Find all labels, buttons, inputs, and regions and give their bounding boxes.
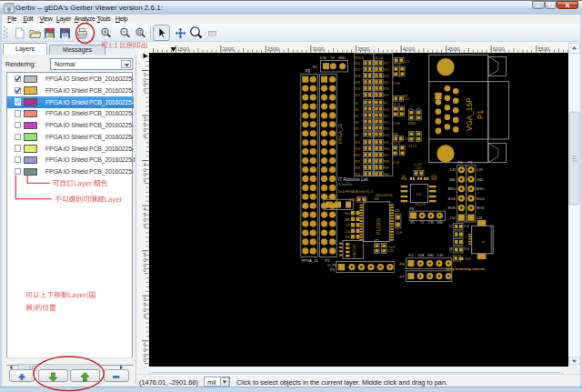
svg-text:R13: R13 xyxy=(384,127,389,131)
svg-text:25Q16: 25Q16 xyxy=(416,203,426,206)
svg-text:R32: R32 xyxy=(355,160,360,164)
svg-text:SCL: SCL xyxy=(408,254,414,257)
svg-text:3000: 3000 xyxy=(312,46,325,52)
svg-text:blog.ittraining.com.tw: blog.ittraining.com.tw xyxy=(447,266,486,271)
svg-text:B9B0: B9B0 xyxy=(408,122,416,126)
svg-text:R25: R25 xyxy=(384,81,389,85)
svg-text:U2: U2 xyxy=(416,192,422,196)
svg-text:C7 C8: C7 C8 xyxy=(393,63,401,66)
svg-text:R2: R2 xyxy=(355,108,358,112)
svg-text:K1: K1 xyxy=(313,65,318,69)
svg-text:3.3V: 3.3V xyxy=(449,168,457,172)
svg-text:0: 0 xyxy=(144,223,147,228)
svg-text:MISO: MISO xyxy=(477,187,485,191)
svg-text:U1: U1 xyxy=(375,196,380,201)
svg-text:SCLK: SCLK xyxy=(477,197,485,201)
svg-text:R40: R40 xyxy=(384,173,389,176)
svg-text:5n4 FPGA Shield V1.0: 5n4 FPGA Shield V1.0 xyxy=(338,190,373,194)
svg-text:R3: R3 xyxy=(355,115,358,118)
svg-text:R26: R26 xyxy=(384,87,389,91)
svg-text:RA0: RA0 xyxy=(345,218,350,222)
svg-text:GND: GND xyxy=(477,178,484,182)
svg-text:2000: 2000 xyxy=(222,46,235,52)
svg-text:GND: GND xyxy=(427,254,435,257)
svg-text:C3 C4: C3 C4 xyxy=(408,145,416,148)
svg-text:3.3V: 3.3V xyxy=(437,254,444,257)
svg-text:5V: 5V xyxy=(331,56,336,60)
svg-text:0 Ω: 0 Ω xyxy=(405,60,410,64)
svg-text:220k: 220k xyxy=(344,212,350,216)
svg-text:C2: C2 xyxy=(416,106,420,110)
svg-text:CS1: CS1 xyxy=(477,216,483,220)
svg-text:P7: P7 xyxy=(400,275,406,279)
svg-text:R24: R24 xyxy=(384,75,389,78)
svg-text:FPGA_J1: FPGA_J1 xyxy=(302,258,319,263)
svg-text:R33: R33 xyxy=(355,166,360,170)
svg-text:GND: GND xyxy=(436,221,444,225)
svg-text:To build the: To build the xyxy=(338,183,353,186)
svg-text:R11: R11 xyxy=(384,115,389,118)
svg-text:3500: 3500 xyxy=(357,46,370,52)
svg-text:4500: 4500 xyxy=(447,46,460,52)
svg-text:R7: R7 xyxy=(404,95,407,98)
svg-text:24LC02: 24LC02 xyxy=(352,244,356,258)
svg-text:2x3p: 2x3p xyxy=(449,246,453,253)
svg-text:FPGA_J1: FPGA_J1 xyxy=(337,123,343,144)
svg-text:10k: 10k xyxy=(401,175,406,178)
svg-text:R29: R29 xyxy=(355,141,360,145)
svg-text:R9: R9 xyxy=(384,102,387,106)
svg-text:C13: C13 xyxy=(416,166,421,170)
svg-text:P5: P5 xyxy=(330,267,336,272)
svg-text:R39: R39 xyxy=(384,166,389,170)
svg-text:R30: R30 xyxy=(355,147,360,151)
svg-text:P9: P9 xyxy=(306,69,311,74)
svg-text:RX: RX xyxy=(411,221,416,225)
svg-text:R17: R17 xyxy=(355,68,360,72)
svg-text:R4A: R4A xyxy=(392,133,398,136)
svg-text:220 Ω: 220 Ω xyxy=(375,56,384,60)
svg-text:C5 C6: C5 C6 xyxy=(392,103,400,106)
svg-text:3.3V: 3.3V xyxy=(428,221,435,225)
svg-text:P1: P1 xyxy=(477,110,485,119)
svg-text:R38: R38 xyxy=(384,160,389,164)
svg-text:R10: R10 xyxy=(384,108,389,112)
svg-text:R5: R5 xyxy=(355,127,358,131)
svg-text:0.3uF: 0.3uF xyxy=(393,82,400,85)
svg-text:J1: J1 xyxy=(482,240,486,244)
svg-text:R36: R36 xyxy=(384,147,389,151)
svg-text:R4: R4 xyxy=(355,121,358,125)
svg-text:P3: P3 xyxy=(325,258,330,263)
svg-text:R1: R1 xyxy=(355,102,358,106)
svg-text:3.3V: 3.3V xyxy=(477,168,484,172)
svg-text:BLM: BLM xyxy=(464,247,469,251)
svg-text:GND: GND xyxy=(449,178,457,182)
svg-text:P4: P4 xyxy=(458,160,464,165)
svg-text:0.1uF: 0.1uF xyxy=(395,231,402,235)
svg-text:MISO: MISO xyxy=(448,187,457,191)
svg-text:R27: R27 xyxy=(384,94,389,97)
svg-text:R34: R34 xyxy=(355,173,360,176)
svg-text:R14: R14 xyxy=(384,134,389,137)
svg-text:1500: 1500 xyxy=(177,46,190,52)
svg-text:R21: R21 xyxy=(355,94,360,97)
svg-text:R42: R42 xyxy=(345,236,350,239)
svg-text:5000: 5000 xyxy=(493,46,506,52)
svg-text:C18: C18 xyxy=(345,224,350,227)
svg-text:TX: TX xyxy=(420,221,425,225)
svg-text:R48: R48 xyxy=(349,198,355,202)
svg-text:R18: R18 xyxy=(355,75,360,78)
svg-text:R23: R23 xyxy=(384,68,389,72)
svg-text:R34 Ω: R34 Ω xyxy=(355,56,364,60)
svg-text:SDA: SDA xyxy=(418,254,425,257)
svg-text:L2: L2 xyxy=(449,225,453,228)
svg-text:SCLK: SCLK xyxy=(447,197,456,201)
svg-text:R19: R19 xyxy=(355,81,360,85)
svg-text:P6: P6 xyxy=(409,206,415,211)
svg-text:PL2303: PL2303 xyxy=(376,218,381,235)
svg-text:C16: C16 xyxy=(345,230,350,234)
svg-text:2500: 2500 xyxy=(267,46,280,52)
svg-text:C1: C1 xyxy=(408,106,412,110)
svg-text:0.1uF: 0.1uF xyxy=(393,122,400,126)
svg-text:R20: R20 xyxy=(355,87,360,91)
svg-text:4000: 4000 xyxy=(403,46,416,52)
